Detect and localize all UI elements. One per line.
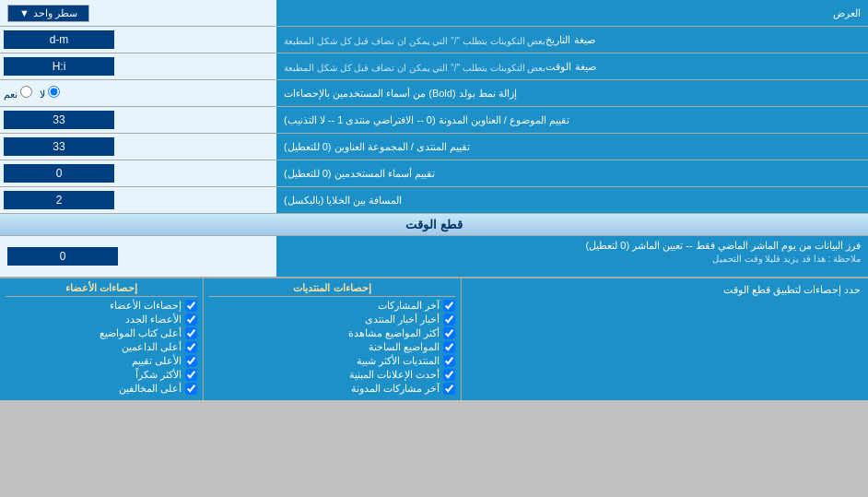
dropdown-button[interactable]: سطر واحد ▼ bbox=[7, 5, 89, 22]
cut-time-input[interactable] bbox=[7, 247, 118, 266]
cell-spacing-input[interactable] bbox=[4, 191, 114, 209]
date-format-input[interactable] bbox=[4, 30, 114, 49]
checkbox-top-violators-label: أعلى المخالفين bbox=[119, 383, 182, 395]
cell-spacing-label: المسافة بين الخلايا (بالبكسل) bbox=[276, 187, 868, 213]
cell-spacing-input-area bbox=[0, 187, 276, 213]
time-format-label: صيغة الوقت بعض التكوينات يتطلب "/" التي … bbox=[276, 53, 868, 79]
main-container: العرض سطر واحد ▼ صيغة التاريخ بعض التكوي… bbox=[0, 0, 868, 400]
forum-group-input[interactable] bbox=[4, 137, 114, 156]
user-names-input[interactable] bbox=[4, 164, 114, 183]
checkbox-hot-topics[interactable] bbox=[443, 341, 455, 353]
checkbox-item: أعلى المخالفين bbox=[6, 383, 197, 395]
dropdown-label: سطر واحد bbox=[33, 7, 77, 19]
checkbox-item: الأعضاء الجدد bbox=[6, 314, 197, 325]
checkbox-most-thankful[interactable] bbox=[185, 369, 197, 381]
checkbox-member-stats[interactable] bbox=[185, 300, 197, 312]
date-format-input-area bbox=[0, 27, 276, 53]
date-format-row: صيغة التاريخ بعض التكوينات يتطلب "/" الت… bbox=[0, 27, 868, 53]
checkbox-latest-news-label: أحدث الإعلانات المبنية bbox=[349, 369, 440, 381]
checkbox-top-rated[interactable] bbox=[185, 355, 197, 367]
forum-stats-area: إحصاءات المنتديات آخر المشاركات أخبار أخ… bbox=[203, 278, 461, 400]
bold-remove-main-label: إزالة نمط بولد (Bold) من أسماء المستخدمي… bbox=[284, 88, 517, 100]
member-stats-area: إحصاءات الأعضاء إحصاءات الأعضاء الأعضاء … bbox=[0, 278, 203, 400]
checkbox-item: أعلى الداعمين bbox=[6, 341, 197, 353]
forum-group-label: تقييم المنتدى / المجموعة العناوين (0 للت… bbox=[276, 134, 868, 160]
topic-titles-main-label: تقييم الموضوع / العناوين المدونة (0 -- ا… bbox=[284, 114, 569, 126]
header-row: العرض سطر واحد ▼ bbox=[0, 0, 868, 27]
header-label: العرض bbox=[276, 4, 868, 23]
cell-spacing-main-label: المسافة بين الخلايا (بالبكسل) bbox=[284, 195, 403, 207]
time-format-input[interactable] bbox=[4, 57, 114, 76]
checkbox-most-viewed[interactable] bbox=[443, 327, 455, 339]
checkbox-item: المواضيع الساخنة bbox=[209, 341, 455, 353]
member-stats-header: إحصاءات الأعضاء bbox=[6, 282, 197, 297]
bold-remove-label: إزالة نمط بولد (Bold) من أسماء المستخدمي… bbox=[276, 80, 868, 106]
checkbox-top-posters-label: أعلى كتاب المواضيع bbox=[100, 327, 182, 339]
checkbox-member-stats-label: إحصاءات الأعضاء bbox=[110, 300, 182, 312]
checkbox-item: أخبار أخبار المنتدى bbox=[209, 314, 455, 325]
forum-group-main-label: تقييم المنتدى / المجموعة العناوين (0 للت… bbox=[284, 141, 470, 153]
topic-titles-label: تقييم الموضوع / العناوين المدونة (0 -- ا… bbox=[276, 107, 868, 133]
checkbox-item: الأعلى تقييم bbox=[6, 355, 197, 367]
topic-titles-input[interactable] bbox=[4, 111, 114, 129]
bold-remove-input-area: لا نعم bbox=[0, 80, 276, 106]
checkbox-blog-posts-label: آخر مشاركات المدونة bbox=[351, 383, 440, 395]
checkbox-forum-news[interactable] bbox=[443, 314, 455, 325]
checkbox-forum-news-label: أخبار أخبار المنتدى bbox=[365, 314, 440, 325]
cut-time-limit-label: حدد إحصاءات لتطبيق قطع الوقت bbox=[723, 284, 861, 295]
checkbox-most-viewed-label: أكثر المواضيع مشاهدة bbox=[348, 327, 440, 339]
dropdown-icon: ▼ bbox=[19, 7, 29, 18]
date-format-sublabel: بعض التكوينات يتطلب "/" التي يمكن ان تضا… bbox=[284, 36, 545, 46]
cut-time-main-label: فرز البيانات من يوم الماشر الماضي فقط --… bbox=[586, 240, 861, 251]
checkbox-item: الأكثر شكراً bbox=[6, 369, 197, 381]
forum-group-input-area bbox=[0, 134, 276, 160]
checkbox-top-rated-label: الأعلى تقييم bbox=[132, 355, 182, 367]
date-format-label: صيغة التاريخ بعض التكوينات يتطلب "/" الت… bbox=[276, 27, 868, 53]
checkbox-last-posts-label: آخر المشاركات bbox=[378, 300, 440, 312]
checkbox-latest-news[interactable] bbox=[443, 369, 455, 381]
checkbox-item: آخر المشاركات bbox=[209, 300, 455, 312]
checkbox-top-violators[interactable] bbox=[185, 383, 197, 395]
header-input-area: سطر واحد ▼ bbox=[0, 0, 276, 26]
topic-titles-row: تقييم الموضوع / العناوين المدونة (0 -- ا… bbox=[0, 107, 868, 134]
checkbox-item: أعلى كتاب المواضيع bbox=[6, 327, 197, 339]
user-names-main-label: تقييم أسماء المستخدمين (0 للتعطيل) bbox=[284, 168, 435, 180]
bold-radio-no[interactable] bbox=[48, 86, 60, 98]
time-format-sublabel: بعض التكوينات يتطلب "/" التي يمكن ان تضا… bbox=[284, 63, 545, 73]
bold-remove-row: إزالة نمط بولد (Bold) من أسماء المستخدمي… bbox=[0, 80, 868, 107]
user-names-row: تقييم أسماء المستخدمين (0 للتعطيل) bbox=[0, 160, 868, 187]
cut-time-sublabel: ملاحظة : هذا قد يزيد قليلا وقت التحميل bbox=[284, 254, 861, 264]
forum-stats-header: إحصاءات المنتديات bbox=[209, 282, 455, 297]
checkbox-item: أكثر المواضيع مشاهدة bbox=[209, 327, 455, 339]
checkbox-last-posts[interactable] bbox=[443, 300, 455, 312]
checkbox-new-members-label: الأعضاء الجدد bbox=[125, 314, 182, 325]
bold-radio-group: لا نعم bbox=[4, 86, 60, 101]
time-format-row: صيغة الوقت بعض التكوينات يتطلب "/" التي … bbox=[0, 53, 868, 80]
checkbox-item: المنتديات الأكثر شبية bbox=[209, 355, 455, 367]
checkbox-hot-topics-label: المواضيع الساخنة bbox=[369, 341, 440, 353]
checkbox-item: إحصاءات الأعضاء bbox=[6, 300, 197, 312]
cut-time-row: فرز البيانات من يوم الماشر الماضي فقط --… bbox=[0, 236, 868, 278]
bold-radio-yes[interactable] bbox=[20, 86, 32, 98]
cut-time-input-area bbox=[0, 236, 276, 277]
cell-spacing-row: المسافة بين الخلايا (بالبكسل) bbox=[0, 187, 868, 214]
forum-group-row: تقييم المنتدى / المجموعة العناوين (0 للت… bbox=[0, 134, 868, 160]
bold-radio-no-label: لا bbox=[40, 86, 60, 101]
checkbox-item: أحدث الإعلانات المبنية bbox=[209, 369, 455, 381]
date-format-main-label: صيغة التاريخ bbox=[545, 34, 594, 46]
user-names-input-area bbox=[0, 160, 276, 186]
checkbox-top-donors-label: أعلى الداعمين bbox=[122, 341, 182, 353]
checkbox-blog-posts[interactable] bbox=[443, 383, 455, 395]
checkbox-similar-forums[interactable] bbox=[443, 355, 455, 367]
time-format-main-label: صيغة الوقت bbox=[545, 61, 595, 73]
checkbox-new-members[interactable] bbox=[185, 314, 197, 325]
checkbox-top-posters[interactable] bbox=[185, 327, 197, 339]
time-format-input-area bbox=[0, 53, 276, 79]
user-names-label: تقييم أسماء المستخدمين (0 للتعطيل) bbox=[276, 160, 868, 186]
cut-time-row-label: فرز البيانات من يوم الماشر الماضي فقط --… bbox=[276, 236, 868, 277]
bottom-section: حدد إحصاءات لتطبيق قطع الوقت إحصاءات الم… bbox=[0, 278, 868, 400]
checkbox-top-donors[interactable] bbox=[185, 341, 197, 353]
checkbox-item: آخر مشاركات المدونة bbox=[209, 383, 455, 395]
bold-radio-yes-label: نعم bbox=[4, 86, 32, 101]
cut-time-limit-area: حدد إحصاءات لتطبيق قطع الوقت bbox=[461, 278, 868, 400]
